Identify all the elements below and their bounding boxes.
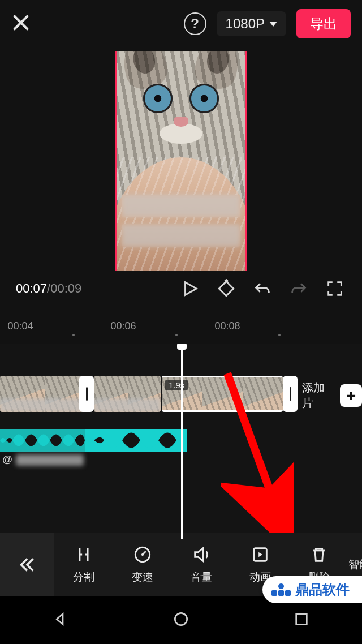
nav-back[interactable] [51,610,70,630]
timecode: 00:07/00:09 [16,281,81,296]
ruler-tick: 00:06 [110,320,136,332]
fullscreen-button[interactable] [324,277,346,300]
play-button[interactable] [179,277,201,300]
redo-button [287,277,310,300]
plus-icon: + [340,384,362,407]
tool-volume[interactable]: 音量 [172,545,231,585]
watermark-badge: 鼎品软件 [262,576,362,603]
svg-point-5 [175,613,187,625]
export-button[interactable]: 导出 [296,9,351,38]
resolution-label: 1080P [226,16,265,32]
svg-rect-6 [296,614,307,625]
video-clip-selected[interactable]: 1.9s [162,376,283,412]
ruler-tick: 00:08 [214,320,240,332]
undo-button[interactable] [251,277,274,300]
svg-point-3 [141,553,144,556]
clip-handle-left[interactable] [79,376,94,412]
playhead[interactable] [181,344,183,539]
time-ruler[interactable]: 00:04 00:06 00:08 [0,316,362,338]
audio-track[interactable] [0,429,187,452]
clip-handle-right[interactable] [283,376,298,412]
video-preview[interactable] [115,51,247,271]
toolbar-back-button[interactable] [0,533,54,596]
timeline[interactable]: 1.9s 添加片 + @ [0,344,362,539]
watermark-logo-icon [272,583,291,596]
add-clip-button[interactable]: 添加片 + [302,380,362,411]
chevron-down-icon [269,22,277,27]
tool-speed[interactable]: 变速 [113,545,172,585]
video-clip[interactable] [94,376,161,412]
video-preview-area [0,48,362,271]
system-nav-bar [0,596,362,644]
clip-duration-badge: 1.9s [165,380,188,390]
close-button[interactable] [11,13,31,35]
help-button[interactable]: ? [184,12,206,35]
tool-split[interactable]: 分割 [54,545,113,585]
video-clip[interactable] [0,376,89,412]
audio-label: @ [2,454,84,466]
nav-recents[interactable] [292,610,311,630]
ruler-tick: 00:04 [7,320,33,332]
resolution-selector[interactable]: 1080P [217,11,286,36]
keyframe-button[interactable] [215,277,238,300]
nav-home[interactable] [172,610,190,630]
